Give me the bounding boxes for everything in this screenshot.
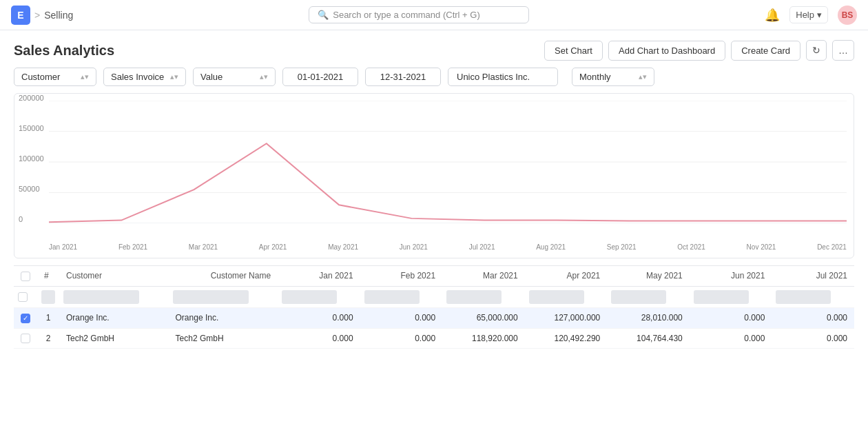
search-placeholder: Search or type a command (Ctrl + G) [333, 10, 480, 20]
filter-pill-jul[interactable] [776, 290, 831, 304]
row1-feb: 0.000 [360, 307, 443, 328]
row1-num: 1 [37, 307, 59, 328]
doc-type-filter[interactable]: Sales Invoice ▴▾ [103, 68, 186, 86]
filter-pill-customer[interactable] [63, 290, 139, 304]
chart-area: 200000 150000 100000 50000 0 Jan 2021 Fe… [14, 93, 854, 258]
x-label-mar: Mar 2021 [189, 243, 218, 251]
select-all-checkbox[interactable] [21, 272, 30, 281]
topbar-right: 🔔 Help ▾ BS [765, 6, 857, 25]
x-label-may: May 2021 [328, 243, 358, 251]
row1-may: 28,010.000 [607, 307, 690, 328]
data-table: # Customer Customer Name Jan 2021 Feb 20… [14, 265, 854, 349]
col-num: # [37, 266, 59, 287]
filter-pill-name[interactable] [173, 290, 249, 304]
col-checkbox [14, 266, 37, 287]
search-icon: 🔍 [318, 10, 329, 20]
row1-customer-id[interactable]: Orange Inc. [59, 307, 169, 328]
x-label-jul: Jul 2021 [469, 243, 495, 251]
x-label-oct: Oct 2021 [677, 243, 705, 251]
row2-num: 2 [37, 328, 59, 349]
row1-jun: 0.000 [690, 307, 772, 328]
line-chart-svg [49, 101, 847, 223]
row2-jul: 0.000 [772, 328, 854, 349]
filter-pill-num[interactable] [41, 290, 55, 304]
breadcrumb-selling[interactable]: Selling [44, 10, 73, 21]
app-icon[interactable]: E [11, 6, 30, 25]
x-label-jun: Jun 2021 [400, 243, 428, 251]
x-label-dec: Dec 2021 [817, 243, 847, 251]
notification-button[interactable]: 🔔 [765, 8, 780, 23]
y-label-200000: 200000 [19, 94, 44, 102]
chart-line [49, 143, 847, 222]
value-filter[interactable]: Value ▴▾ [193, 68, 276, 86]
date-from-filter[interactable]: 01-01-2021 [282, 68, 358, 86]
value-label: Value [200, 72, 223, 82]
table-row: ✓ 1 Orange Inc. Orange Inc. 0.000 0.000 … [14, 307, 854, 328]
row1-checkbox[interactable]: ✓ [21, 314, 30, 323]
header-actions: Set Chart Add Chart to Dashboard Create … [544, 40, 854, 61]
col-jan: Jan 2021 [278, 266, 360, 287]
filter-checkbox[interactable] [18, 292, 28, 302]
x-axis-labels: Jan 2021 Feb 2021 Mar 2021 Apr 2021 May … [49, 243, 847, 251]
y-label-100000: 100000 [19, 154, 44, 163]
table-filter-row [14, 286, 854, 307]
row2-customer-id[interactable]: Tech2 GmbH [59, 328, 169, 349]
company-filter[interactable]: Unico Plastics Inc. [448, 68, 558, 86]
page-title: Sales Analytics [14, 43, 114, 59]
row2-customer-name: Tech2 GmbH [169, 328, 278, 349]
filter-pill-may[interactable] [611, 290, 666, 304]
y-label-50000: 50000 [19, 185, 44, 193]
avatar[interactable]: BS [838, 6, 857, 25]
help-label: Help [796, 10, 814, 20]
row2-may: 104,764.430 [607, 328, 690, 349]
row1-customer-name: Orange Inc. [169, 307, 278, 328]
col-customer-name: Customer Name [169, 266, 278, 287]
x-label-feb: Feb 2021 [118, 243, 147, 251]
row2-mar: 118,920.000 [442, 328, 525, 349]
col-customer: Customer [59, 266, 169, 287]
page-header: Sales Analytics Set Chart Add Chart to D… [0, 30, 868, 68]
filter-pill-apr[interactable] [529, 290, 584, 304]
table-row: 2 Tech2 GmbH Tech2 GmbH 0.000 0.000 118,… [14, 328, 854, 349]
topbar-left: E > Selling [11, 6, 73, 25]
x-label-nov: Nov 2021 [747, 243, 776, 251]
filter-pill-feb[interactable] [364, 290, 420, 304]
refresh-button[interactable]: ↻ [806, 40, 827, 61]
x-label-aug: Aug 2021 [536, 243, 566, 251]
table-header-row: # Customer Customer Name Jan 2021 Feb 20… [14, 266, 854, 287]
filter-pill-jun[interactable] [694, 290, 749, 304]
filter-pill-jan[interactable] [282, 290, 337, 304]
help-button[interactable]: Help ▾ [789, 6, 828, 23]
col-mar: Mar 2021 [442, 266, 525, 287]
row2-feb: 0.000 [360, 328, 443, 349]
y-axis-labels: 200000 150000 100000 50000 0 [14, 94, 48, 223]
x-label-jan: Jan 2021 [49, 243, 77, 251]
row2-checkbox[interactable] [21, 334, 30, 343]
y-label-150000: 150000 [19, 124, 44, 132]
create-card-button[interactable]: Create Card [731, 41, 800, 61]
row2-jan: 0.000 [278, 328, 360, 349]
y-label-0: 0 [19, 215, 44, 223]
col-jul: Jul 2021 [772, 266, 854, 287]
x-label-apr: Apr 2021 [259, 243, 287, 251]
filter-pill-mar[interactable] [446, 290, 502, 304]
group-by-filter[interactable]: Customer ▴▾ [14, 68, 96, 86]
chart-svg-wrapper [49, 101, 847, 223]
group-by-label: Customer [21, 72, 60, 82]
row1-jul: 0.000 [772, 307, 854, 328]
group-by-arrow-icon: ▴▾ [81, 72, 89, 81]
col-feb: Feb 2021 [360, 266, 443, 287]
more-options-button[interactable]: … [832, 40, 854, 61]
row2-jun: 0.000 [690, 328, 772, 349]
set-chart-button[interactable]: Set Chart [544, 41, 603, 61]
date-to-filter[interactable]: 12-31-2021 [365, 68, 441, 86]
add-chart-to-dashboard-button[interactable]: Add Chart to Dashboard [608, 41, 725, 61]
row1-mar: 65,000.000 [442, 307, 525, 328]
period-filter[interactable]: Monthly ▴▾ [572, 68, 654, 86]
topbar: E > Selling 🔍 Search or type a command (… [0, 0, 868, 30]
x-label-sep: Sep 2021 [607, 243, 637, 251]
search-box[interactable]: 🔍 Search or type a command (Ctrl + G) [309, 6, 529, 23]
value-arrow-icon: ▴▾ [260, 72, 268, 81]
topbar-center: 🔍 Search or type a command (Ctrl + G) [73, 6, 765, 23]
period-arrow-icon: ▴▾ [639, 72, 647, 81]
